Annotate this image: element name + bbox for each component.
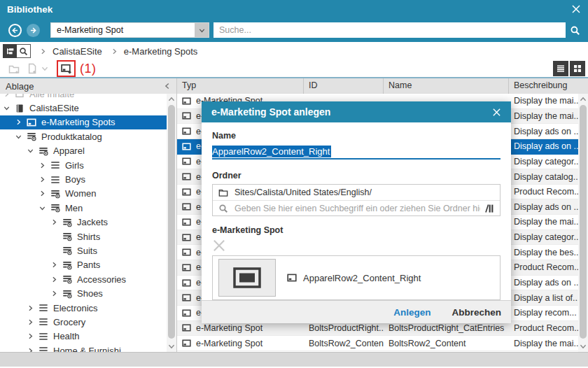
new-emarketing-spot-button[interactable] [57, 60, 76, 77]
spot-name: ApparelRow2_Content_Right [303, 273, 421, 283]
tree-item-women[interactable]: Women [0, 187, 167, 201]
tree-item-jackets[interactable]: Jackets [0, 215, 167, 229]
expand-node-icon[interactable] [39, 190, 50, 197]
sidebar-scrollbar[interactable] [167, 94, 176, 352]
list-view-button[interactable] [553, 61, 568, 76]
tree-item-health[interactable]: Health [0, 330, 167, 344]
forward-button[interactable] [27, 24, 40, 37]
tree-item-shirts[interactable]: Shirts [0, 229, 167, 243]
name-input[interactable]: ApparelRow2_Content_Right [212, 144, 500, 160]
remove-selection-icon[interactable] [212, 239, 226, 253]
window-close-icon[interactable] [571, 4, 581, 14]
tree-item-home-furnishi[interactable]: Home & Furnishi [0, 344, 167, 352]
expand-node-icon[interactable] [51, 219, 62, 226]
spot-icon [182, 339, 192, 348]
scroll-down-icon[interactable] [580, 343, 587, 350]
content-type-select[interactable]: e-Marketing Spot [50, 22, 209, 38]
expand-node-icon[interactable] [27, 304, 38, 311]
tree-item-men[interactable]: Men [0, 201, 167, 215]
scroll-down-icon[interactable] [168, 343, 175, 350]
cell-beschreibung: Display ads on ... [509, 202, 578, 212]
search-icon [19, 47, 28, 56]
expand-node-icon[interactable] [27, 318, 38, 325]
tree-item-alle-inhalte[interactable]: Alle Inhalte [0, 94, 167, 101]
browse-folders-icon[interactable] [484, 204, 494, 213]
collapse-node-icon[interactable] [39, 204, 50, 211]
cell-id: BoltsRow2_Content [304, 339, 384, 348]
tree-view-toggle-button[interactable] [3, 44, 17, 58]
column-header-typ[interactable]: Typ [177, 78, 304, 94]
expand-node-icon[interactable] [4, 94, 15, 97]
tree-item-label: Shoes [77, 288, 103, 299]
search-view-toggle-button[interactable] [17, 44, 31, 58]
spot-icon [182, 97, 192, 106]
tree-item-electronics[interactable]: Electronics [0, 301, 167, 315]
tree-item-label: Girls [65, 160, 84, 171]
tree-item-calistaesite[interactable]: CalistaESite [0, 101, 167, 115]
tree-item-grocery[interactable]: Grocery [0, 315, 167, 329]
table-scrollbar[interactable] [578, 94, 588, 352]
grid-view-button[interactable] [570, 61, 585, 76]
sidebar-scrollbar-thumb[interactable] [168, 105, 175, 339]
tree-item-girls[interactable]: Girls [0, 158, 167, 172]
column-header-beschreibung[interactable]: Beschreibung [509, 78, 588, 94]
expand-node-icon[interactable] [51, 290, 62, 297]
selected-spot-card[interactable]: ApparelRow2_Content_Right [212, 255, 500, 300]
expand-node-icon[interactable] [51, 262, 62, 269]
column-header-name[interactable]: Name [384, 78, 509, 94]
collapse-sidebar-icon[interactable] [164, 83, 171, 90]
collapse-node-icon[interactable] [4, 105, 15, 112]
breadcrumb-folder[interactable]: e-Marketing Spots [124, 46, 198, 57]
expand-node-icon[interactable] [39, 162, 50, 169]
tree-item-label: Alle Inhalte [29, 94, 74, 99]
table-scrollbar-thumb[interactable] [580, 105, 587, 339]
tree-item-boys[interactable]: Boys [0, 172, 167, 186]
list-icon [50, 175, 61, 185]
new-content-menu-chevron[interactable] [41, 65, 48, 72]
search-icon [570, 25, 580, 36]
breadcrumb-chevron-icon [40, 48, 46, 55]
search-input[interactable] [214, 22, 566, 38]
expand-node-icon[interactable] [51, 276, 62, 283]
collapse-node-icon[interactable] [15, 133, 27, 140]
new-content-button[interactable] [25, 62, 39, 76]
scroll-up-icon[interactable] [168, 96, 175, 103]
tree-item-accessories[interactable]: Accessories [0, 272, 167, 286]
table-row[interactable]: e-Marketing SpotBoltsRow2_ContentBoltsRo… [177, 336, 578, 351]
new-folder-button[interactable] [7, 62, 21, 76]
cell-beschreibung: Display catalog... [509, 172, 578, 182]
expand-node-icon[interactable] [27, 347, 38, 352]
spot-icon [182, 218, 192, 227]
catalog-icon [62, 274, 73, 284]
column-header-id[interactable]: ID [304, 78, 384, 94]
scroll-up-icon[interactable] [580, 96, 587, 103]
cell-beschreibung: Product Recom... [509, 323, 578, 333]
tree-item-e-marketing-spots[interactable]: e-Marketing Spots [0, 115, 167, 129]
tree-item-pants[interactable]: Pants [0, 258, 167, 272]
table-header: Typ ID Name Beschreibung [177, 78, 588, 94]
tree-item-label: CalistaESite [29, 103, 79, 113]
create-button[interactable]: Anlegen [393, 307, 430, 318]
page-plus-icon [27, 63, 38, 74]
arrow-left-icon [11, 27, 19, 34]
cell-beschreibung: Display the bes... [509, 248, 578, 257]
expand-node-icon[interactable] [27, 333, 38, 340]
cell-id: BoltsProductRight... [304, 323, 384, 333]
tree-item-produktkatalog[interactable]: Produktkatalog [0, 129, 167, 143]
tree-item-suits[interactable]: Suits [0, 243, 167, 257]
folder-search-input[interactable] [234, 204, 480, 213]
tree-item-label: Women [65, 188, 97, 199]
back-button[interactable] [8, 24, 22, 37]
cancel-button[interactable]: Abbrechen [451, 307, 501, 318]
expand-node-icon[interactable] [39, 176, 50, 183]
tree-item-apparel[interactable]: Apparel [0, 144, 167, 158]
expand-node-icon[interactable] [15, 119, 27, 126]
selected-folder-row[interactable]: Sites/Calista/United States/English/ [213, 185, 500, 200]
spot-icon [182, 172, 192, 181]
dialog-close-icon[interactable] [492, 108, 501, 117]
collapse-node-icon[interactable] [27, 148, 38, 155]
search-button[interactable] [566, 22, 584, 38]
tree-item-shoes[interactable]: Shoes [0, 286, 167, 300]
spot-icon [182, 127, 192, 136]
breadcrumb-site[interactable]: CalistaESite [52, 46, 102, 57]
